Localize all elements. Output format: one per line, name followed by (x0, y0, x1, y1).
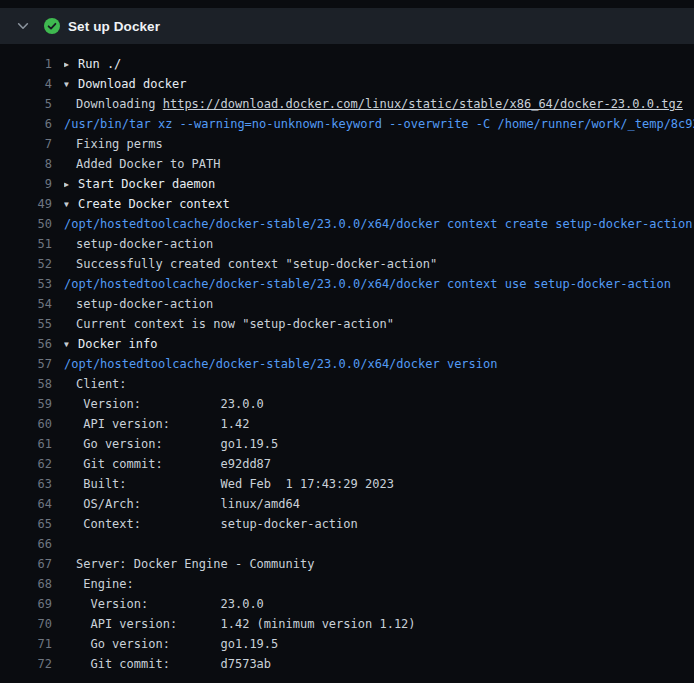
triangle-right-icon: ▶ (64, 55, 78, 74)
log-line: 50/opt/hostedtoolcache/docker-stable/23.… (0, 214, 694, 234)
log-line: 68 Engine: (0, 574, 694, 594)
line-number[interactable]: 54 (0, 294, 52, 314)
log-command: /usr/bin/tar xz --warning=no-unknown-key… (64, 114, 694, 134)
line-number[interactable]: 57 (0, 354, 52, 374)
log-line: 61 Go version: go1.19.5 (0, 434, 694, 454)
log-line: 63 Built: Wed Feb 1 17:43:29 2023 (0, 474, 694, 494)
log-line: 58Client: (0, 374, 694, 394)
line-number[interactable]: 66 (0, 534, 52, 554)
line-number[interactable]: 70 (0, 614, 52, 634)
log-line: 62 Git commit: e92dd87 (0, 454, 694, 474)
line-number[interactable]: 65 (0, 514, 52, 534)
triangle-right-icon: ▶ (64, 175, 78, 194)
log-group-header[interactable]: ▶Start Docker daemon (64, 174, 694, 194)
log-group-header[interactable]: ▶Run ./ (64, 54, 694, 74)
line-number[interactable]: 64 (0, 494, 52, 514)
step-header[interactable]: Set up Docker (0, 8, 694, 44)
log-command: /opt/hostedtoolcache/docker-stable/23.0.… (64, 214, 694, 234)
line-number[interactable]: 62 (0, 454, 52, 474)
log-text: Go version: go1.19.5 (64, 434, 694, 454)
chevron-down-icon[interactable] (16, 18, 30, 34)
step-title: Set up Docker (68, 19, 160, 34)
line-number[interactable]: 71 (0, 634, 52, 654)
log-container: 1▶Run ./4▼Download docker5Downloading ht… (0, 44, 694, 674)
log-line: 7Fixing perms (0, 134, 694, 154)
triangle-down-icon: ▼ (64, 335, 78, 354)
log-line: 67Server: Docker Engine - Community (0, 554, 694, 574)
group-title: Run ./ (78, 57, 121, 71)
line-number[interactable]: 51 (0, 234, 52, 254)
log-text: API version: 1.42 (64, 414, 694, 434)
log-line: 66 (0, 534, 694, 554)
log-text: Current context is now "setup-docker-act… (64, 314, 694, 334)
log-text: Context: setup-docker-action (64, 514, 694, 534)
line-number[interactable]: 8 (0, 154, 52, 174)
log-line: 51setup-docker-action (0, 234, 694, 254)
line-number[interactable]: 53 (0, 274, 52, 294)
log-group-header[interactable]: ▼Create Docker context (64, 194, 694, 214)
log-line: 9▶Start Docker daemon (0, 174, 694, 194)
log-command: /opt/hostedtoolcache/docker-stable/23.0.… (64, 354, 694, 374)
log-line: 69 Version: 23.0.0 (0, 594, 694, 614)
group-title: Start Docker daemon (78, 177, 215, 191)
log-text: Downloading https://download.docker.com/… (64, 94, 694, 114)
log-text (64, 534, 694, 554)
line-number[interactable]: 50 (0, 214, 52, 234)
line-number[interactable]: 56 (0, 334, 52, 354)
log-text: Successfully created context "setup-dock… (64, 254, 694, 274)
line-number[interactable]: 69 (0, 594, 52, 614)
line-number[interactable]: 55 (0, 314, 52, 334)
log-link[interactable]: https://download.docker.com/linux/static… (163, 97, 683, 111)
log-line: 54setup-docker-action (0, 294, 694, 314)
line-number[interactable]: 59 (0, 394, 52, 414)
log-line: 55Current context is now "setup-docker-a… (0, 314, 694, 334)
line-number[interactable]: 9 (0, 174, 52, 194)
log-line: 53/opt/hostedtoolcache/docker-stable/23.… (0, 274, 694, 294)
log-text: Version: 23.0.0 (64, 594, 694, 614)
log-line: 49▼Create Docker context (0, 194, 694, 214)
line-number[interactable]: 6 (0, 114, 52, 134)
log-line: 56▼Docker info (0, 334, 694, 354)
log-line: 6/usr/bin/tar xz --warning=no-unknown-ke… (0, 114, 694, 134)
log-text: Added Docker to PATH (64, 154, 694, 174)
line-number[interactable]: 72 (0, 654, 52, 674)
group-title: Create Docker context (78, 197, 230, 211)
triangle-down-icon: ▼ (64, 75, 78, 94)
line-number[interactable]: 52 (0, 254, 52, 274)
line-number[interactable]: 68 (0, 574, 52, 594)
group-title: Download docker (78, 77, 186, 91)
line-number[interactable]: 63 (0, 474, 52, 494)
log-text: Git commit: d7573ab (64, 654, 694, 674)
log-text: Git commit: e92dd87 (64, 454, 694, 474)
log-text: Built: Wed Feb 1 17:43:29 2023 (64, 474, 694, 494)
log-line: 52Successfully created context "setup-do… (0, 254, 694, 274)
group-title: Docker info (78, 337, 157, 351)
line-number[interactable]: 61 (0, 434, 52, 454)
log-line: 5Downloading https://download.docker.com… (0, 94, 694, 114)
log-line: 71 Go version: go1.19.5 (0, 634, 694, 654)
line-number[interactable]: 7 (0, 134, 52, 154)
log-text: OS/Arch: linux/amd64 (64, 494, 694, 514)
line-number[interactable]: 4 (0, 74, 52, 94)
log-text: API version: 1.42 (minimum version 1.12) (64, 614, 694, 634)
log-text: setup-docker-action (64, 234, 694, 254)
line-number[interactable]: 1 (0, 54, 52, 74)
triangle-down-icon: ▼ (64, 195, 78, 214)
log-text: Engine: (64, 574, 694, 594)
line-number[interactable]: 58 (0, 374, 52, 394)
log-line: 57/opt/hostedtoolcache/docker-stable/23.… (0, 354, 694, 374)
log-command: /opt/hostedtoolcache/docker-stable/23.0.… (64, 274, 694, 294)
log-line: 64 OS/Arch: linux/amd64 (0, 494, 694, 514)
log-line: 59 Version: 23.0.0 (0, 394, 694, 414)
line-number[interactable]: 5 (0, 94, 52, 114)
log-group-header[interactable]: ▼Docker info (64, 334, 694, 354)
log-line: 8Added Docker to PATH (0, 154, 694, 174)
log-line: 70 API version: 1.42 (minimum version 1.… (0, 614, 694, 634)
line-number[interactable]: 67 (0, 554, 52, 574)
line-number[interactable]: 49 (0, 194, 52, 214)
log-line: 72 Git commit: d7573ab (0, 654, 694, 674)
line-number[interactable]: 60 (0, 414, 52, 434)
log-group-header[interactable]: ▼Download docker (64, 74, 694, 94)
log-text: setup-docker-action (64, 294, 694, 314)
log-text-prefix: Downloading (76, 97, 163, 111)
